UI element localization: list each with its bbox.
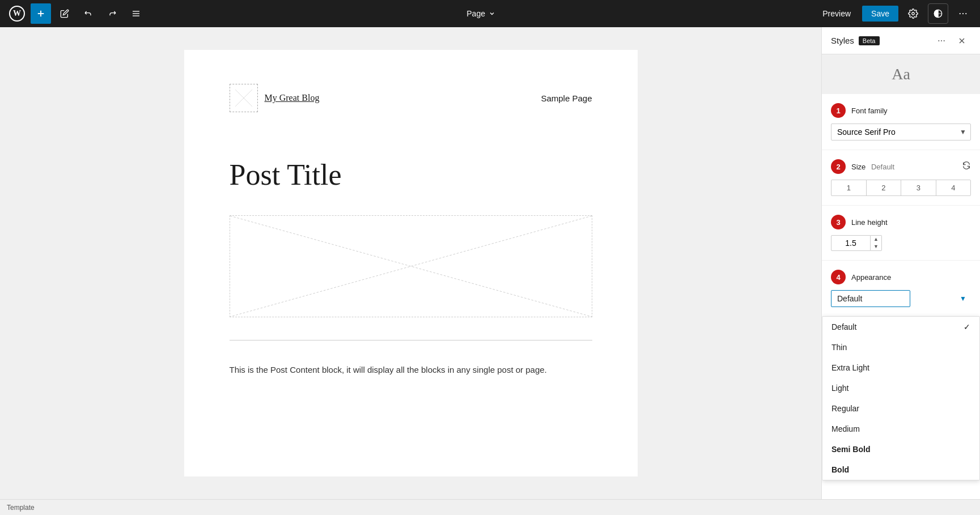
step-3-number: 3 <box>831 215 846 229</box>
page-content: My Great Blog Sample Page Post Title Thi… <box>184 50 638 476</box>
template-label: Template <box>7 504 35 512</box>
wp-logo-button[interactable]: W <box>7 3 27 24</box>
featured-image-placeholder <box>230 215 592 317</box>
appearance-label-row: 4 Appearance <box>831 270 971 284</box>
svg-point-7 <box>960 13 961 14</box>
svg-point-8 <box>962 13 964 14</box>
line-height-spinner: ▲ ▼ <box>871 235 882 251</box>
appearance-dropdown: Default ✓ Thin Extra Light Light Regular… <box>822 316 980 480</box>
dropdown-item-regular[interactable]: Regular <box>822 398 979 419</box>
size-mark-2[interactable]: 2 <box>867 180 902 195</box>
line-height-decrement[interactable]: ▼ <box>871 243 881 250</box>
panel-header: Styles Beta <box>822 27 980 54</box>
size-label: Size Default <box>851 163 894 171</box>
main-area: My Great Blog Sample Page Post Title Thi… <box>0 27 980 499</box>
preview-aa: Aa <box>892 65 910 83</box>
svg-point-5 <box>912 12 915 15</box>
line-height-input-wrap: ▲ ▼ <box>831 235 971 251</box>
preview-button[interactable]: Preview <box>816 6 858 22</box>
font-family-section: 1 Font family Source Serif Pro Georgia A… <box>822 94 980 150</box>
redo-button[interactable] <box>102 3 122 24</box>
line-height-label: Line height <box>851 218 888 227</box>
appearance-select[interactable]: Default Thin Extra Light Light Regular M… <box>831 290 910 307</box>
panel-body: 1 Font family Source Serif Pro Georgia A… <box>822 94 980 499</box>
panel-title: Styles <box>831 36 854 45</box>
beta-badge: Beta <box>859 36 880 45</box>
svg-point-9 <box>965 13 966 14</box>
size-reset-button[interactable] <box>962 161 971 172</box>
size-slider-track: 1 2 3 4 <box>831 180 971 196</box>
appearance-select-arrow-icon: ▼ <box>960 295 966 303</box>
bottom-bar: Template <box>0 499 980 515</box>
toolbar-left: W <box>7 3 146 24</box>
toolbar-center: Page <box>151 7 811 20</box>
content-divider <box>230 340 592 341</box>
step-2-number: 2 <box>831 159 846 174</box>
font-family-select-wrapper: Source Serif Pro Georgia Arial Helvetica… <box>831 124 971 141</box>
svg-point-14 <box>938 40 939 41</box>
toolbar-right: Preview Save <box>816 3 973 24</box>
size-default-label: Default <box>871 163 894 171</box>
size-mark-1[interactable]: 1 <box>831 180 867 195</box>
font-family-label-row: 1 Font family <box>831 103 971 118</box>
panel-header-icons <box>932 32 971 50</box>
dropdown-item-thin[interactable]: Thin <box>822 337 979 357</box>
undo-button[interactable] <box>78 3 99 24</box>
canvas: My Great Blog Sample Page Post Title Thi… <box>0 27 821 499</box>
post-title[interactable]: Post Title <box>230 158 592 193</box>
save-button[interactable]: Save <box>862 6 898 22</box>
page-indicator[interactable]: Page <box>462 7 500 20</box>
line-height-increment[interactable]: ▲ <box>871 236 881 243</box>
more-options-button[interactable] <box>953 3 973 24</box>
size-label-row: 2 Size Default <box>831 159 971 174</box>
panel-more-button[interactable] <box>932 32 951 50</box>
post-content-text: This is the Post Content block, it will … <box>230 363 592 377</box>
list-view-button[interactable] <box>126 3 146 24</box>
page-label: Page <box>466 9 485 18</box>
site-title[interactable]: My Great Blog <box>265 93 320 103</box>
add-block-button[interactable] <box>31 3 51 24</box>
dropdown-item-medium[interactable]: Medium <box>822 419 979 439</box>
size-section: 2 Size Default <box>822 150 980 206</box>
dropdown-item-extra-light[interactable]: Extra Light <box>822 357 979 378</box>
nav-menu-item[interactable]: Sample Page <box>541 93 592 103</box>
edit-tool-button[interactable] <box>54 3 75 24</box>
settings-button[interactable] <box>903 3 923 24</box>
panel-title-area: Styles Beta <box>831 36 880 45</box>
line-height-input[interactable] <box>831 235 871 251</box>
font-family-select[interactable]: Source Serif Pro Georgia Arial Helvetica <box>831 124 971 141</box>
check-icon: ✓ <box>964 322 970 331</box>
step-1-number: 1 <box>831 103 846 118</box>
panel-close-button[interactable] <box>953 32 971 50</box>
appearance-label: Appearance <box>851 273 891 282</box>
toolbar: W Page <box>0 0 980 27</box>
dropdown-item-bold[interactable]: Bold <box>822 459 979 480</box>
font-family-label: Font family <box>851 107 888 115</box>
right-panel: Styles Beta Aa <box>821 27 980 499</box>
line-height-label-row: 3 Line height <box>831 215 971 229</box>
appearance-select-wrapper: Default Thin Extra Light Light Regular M… <box>831 290 971 307</box>
size-mark-3[interactable]: 3 <box>901 180 936 195</box>
dropdown-item-semi-bold[interactable]: Semi Bold <box>822 439 979 459</box>
svg-point-16 <box>944 40 945 41</box>
dark-mode-button[interactable] <box>928 3 948 24</box>
site-header: My Great Blog Sample Page <box>230 84 592 124</box>
dropdown-item-light[interactable]: Light <box>822 378 979 398</box>
dropdown-item-default[interactable]: Default ✓ <box>822 317 979 337</box>
size-mark-4[interactable]: 4 <box>936 180 971 195</box>
appearance-section: 4 Appearance Default Thin Extra Light Li… <box>822 261 980 316</box>
panel-preview-area: Aa <box>822 54 980 94</box>
svg-point-15 <box>941 40 942 41</box>
step-4-number: 4 <box>831 270 846 284</box>
site-logo <box>230 84 258 112</box>
line-height-section: 3 Line height ▲ ▼ <box>822 206 980 261</box>
